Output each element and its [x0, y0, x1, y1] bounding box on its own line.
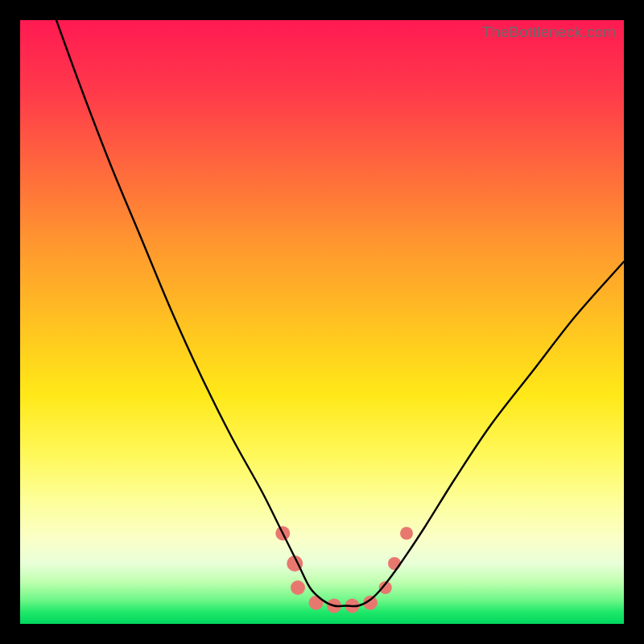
marker-dots: [275, 526, 413, 613]
marker-dot: [388, 557, 401, 570]
chart-area: TheBottleneck.com: [20, 20, 624, 624]
bottleneck-plot: [20, 20, 624, 624]
marker-dot: [309, 596, 324, 610]
bottleneck-curve: [56, 20, 624, 606]
watermark-text: TheBottleneck.com: [482, 23, 616, 41]
marker-dot: [400, 527, 413, 540]
marker-dot: [291, 580, 305, 595]
